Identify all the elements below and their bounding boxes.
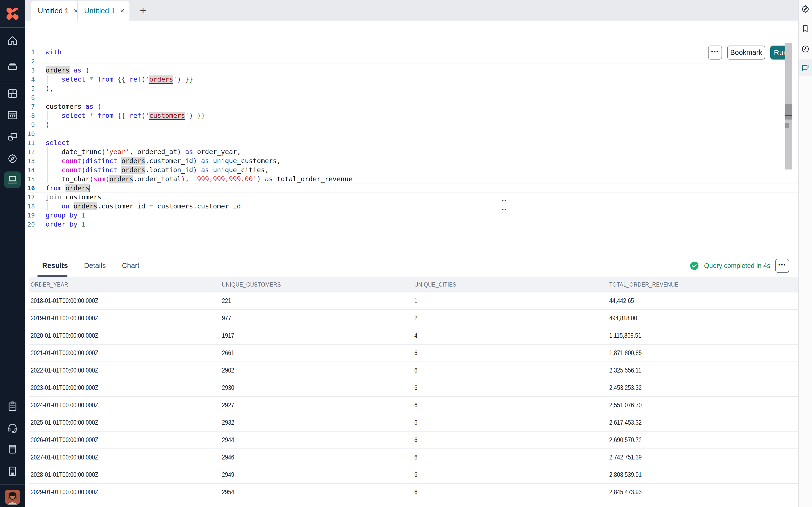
windows-icon xyxy=(7,131,18,143)
sidebar-item-changelog[interactable] xyxy=(7,401,18,412)
table-row[interactable]: 2029-01-01T00:00:00.000Z295462,845,473.9… xyxy=(29,484,798,501)
table-cell: 2021-01-01T00:00:00.000Z xyxy=(29,349,220,357)
table-cell: 2946 xyxy=(220,454,412,461)
headset-icon xyxy=(7,422,18,433)
table-cell: 2,325,556.11 xyxy=(607,367,798,374)
code-line: 19group by 1 xyxy=(25,211,798,220)
table-row[interactable]: 2022-01-01T00:00:00.000Z290262,325,556.1… xyxy=(29,362,798,379)
code-line: 5), xyxy=(25,84,798,93)
table-cell: 2 xyxy=(412,315,607,322)
line-number: 17 xyxy=(25,193,46,202)
sidebar-item-dashboards[interactable] xyxy=(7,88,18,99)
table-row[interactable]: 2024-01-01T00:00:00.000Z292762,551,076.7… xyxy=(29,397,798,414)
line-number: 16 xyxy=(25,184,46,193)
results-table-header: ORDER_YEARUNIQUE_CUSTOMERSUNIQUE_CITIEST… xyxy=(29,277,798,292)
code-line: 1with xyxy=(25,48,798,57)
table-cell: 2027-01-01T00:00:00.000Z xyxy=(29,454,220,461)
sidebar-item-terminal-active[interactable] xyxy=(4,171,21,188)
tab-details[interactable]: Details xyxy=(84,262,106,270)
tab-chart[interactable]: Chart xyxy=(122,262,139,270)
table-cell: 4 xyxy=(412,332,607,339)
line-number: 8 xyxy=(25,111,46,120)
sql-editor[interactable]: ••• Bookmark Run 1with23orders as (4 sel… xyxy=(25,20,798,254)
code-line: 3orders as ( xyxy=(25,66,798,75)
code-line: 4 select * from {{ ref('orders') }} xyxy=(25,75,798,84)
tab-label: Untitled 1 xyxy=(38,7,69,15)
table-row[interactable]: 2030-01-01T00:00:00.000Z287961,841,049.3… xyxy=(29,501,798,507)
sidebar-item-explore[interactable] xyxy=(7,153,18,164)
code-window-icon xyxy=(7,110,18,121)
line-number: 9 xyxy=(25,120,46,129)
laptop-icon xyxy=(7,174,18,186)
dashboard-grid-icon xyxy=(7,88,18,99)
sidebar-item-apps[interactable] xyxy=(7,131,18,143)
bookmark-button[interactable]: Bookmark xyxy=(727,46,765,59)
home-icon xyxy=(7,35,18,46)
toolbar-divider xyxy=(25,63,798,63)
sidebar-item-code-editor[interactable] xyxy=(7,110,18,121)
user-avatar[interactable] xyxy=(5,490,20,505)
scrollbar-marker-line xyxy=(785,115,793,116)
table-row[interactable]: 2020-01-01T00:00:00.000Z191741,115,869.5… xyxy=(29,327,798,345)
tab-strip: Untitled 1 × Untitled 1 × + xyxy=(25,0,798,20)
rail-item-bookmarks[interactable] xyxy=(799,18,812,39)
column-header: UNIQUE_CUSTOMERS xyxy=(220,281,412,288)
editor-toolbar: ••• Bookmark Run xyxy=(708,46,791,59)
sidebar-item-docs[interactable] xyxy=(7,444,18,455)
code-lines: 1with23orders as (4 select * from {{ ref… xyxy=(25,20,798,229)
line-number: 4 xyxy=(25,75,46,84)
table-cell: 6 xyxy=(412,419,607,427)
new-tab-button[interactable]: + xyxy=(140,5,146,16)
sidebar-divider xyxy=(0,484,25,485)
table-row[interactable]: 2028-01-01T00:00:00.000Z294962,808,539.0… xyxy=(29,466,798,484)
sidebar-item-organization[interactable] xyxy=(7,466,18,477)
table-cell: 6 xyxy=(412,488,607,496)
table-cell: 2930 xyxy=(220,384,412,392)
table-row[interactable]: 2019-01-01T00:00:00.000Z9772494,818.00 xyxy=(29,310,798,327)
code-line: 8 select * from {{ ref('customers') }} xyxy=(25,111,798,120)
left-sidebar xyxy=(0,0,25,507)
table-row[interactable]: 2018-01-01T00:00:00.000Z221144,442.65 xyxy=(29,292,798,310)
rail-item-history[interactable] xyxy=(799,39,812,59)
sidebar-item-home[interactable] xyxy=(7,35,18,46)
tab-untitled-1[interactable]: Untitled 1 × xyxy=(32,1,77,20)
table-row[interactable]: 2021-01-01T00:00:00.000Z266161,871,800.8… xyxy=(29,345,798,362)
logo-x-icon xyxy=(4,5,21,22)
table-cell: 2018-01-01T00:00:00.000Z xyxy=(29,297,220,305)
table-cell: 6 xyxy=(412,349,607,357)
sidebar-item-support[interactable] xyxy=(7,422,18,433)
compass-icon xyxy=(7,153,18,164)
results-more-button[interactable]: ••• xyxy=(775,259,789,273)
table-cell: 2,742,751.39 xyxy=(607,454,798,461)
editor-scrollbar[interactable] xyxy=(785,43,793,169)
inbox-drawer-icon xyxy=(7,61,18,72)
tab-results[interactable]: Results xyxy=(42,262,68,270)
line-number: 10 xyxy=(25,129,46,138)
table-cell: 1,115,869.51 xyxy=(607,332,798,339)
editor-more-button[interactable]: ••• xyxy=(708,46,722,59)
column-header: TOTAL_ORDER_REVENUE xyxy=(607,281,798,288)
rail-item-explore[interactable] xyxy=(799,0,812,18)
code-line: 12 date_trunc('year', ordered_at) as ord… xyxy=(25,147,798,156)
table-row[interactable]: 2027-01-01T00:00:00.000Z294662,742,751.3… xyxy=(29,449,798,466)
table-row[interactable]: 2025-01-01T00:00:00.000Z293262,617,453.3… xyxy=(29,414,798,432)
column-header: UNIQUE_CITIES xyxy=(412,281,607,288)
rail-item-ai-chat-active[interactable] xyxy=(799,59,812,76)
tab-close-icon[interactable]: × xyxy=(120,7,124,14)
table-cell: 2949 xyxy=(220,471,412,478)
code-line: 7customers as ( xyxy=(25,102,798,111)
app-logo[interactable] xyxy=(0,0,25,28)
table-row[interactable]: 2026-01-01T00:00:00.000Z294462,690,570.7… xyxy=(29,432,798,449)
table-cell: 6 xyxy=(412,367,607,374)
table-cell: 2,845,473.93 xyxy=(607,488,798,496)
sidebar-item-inbox[interactable] xyxy=(7,61,18,72)
query-status-text: Query completed in 4s xyxy=(704,262,770,270)
tab-label: Untitled 1 xyxy=(84,7,115,15)
table-row[interactable]: 2023-01-01T00:00:00.000Z293062,453,253.3… xyxy=(29,379,798,397)
clock-icon xyxy=(801,45,810,53)
table-cell: 2023-01-01T00:00:00.000Z xyxy=(29,384,220,392)
scrollbar-thumb[interactable] xyxy=(785,104,793,119)
tab-untitled-2-active[interactable]: Untitled 1 × xyxy=(77,1,130,20)
clipboard-icon xyxy=(7,401,18,412)
line-number: 3 xyxy=(25,66,46,75)
